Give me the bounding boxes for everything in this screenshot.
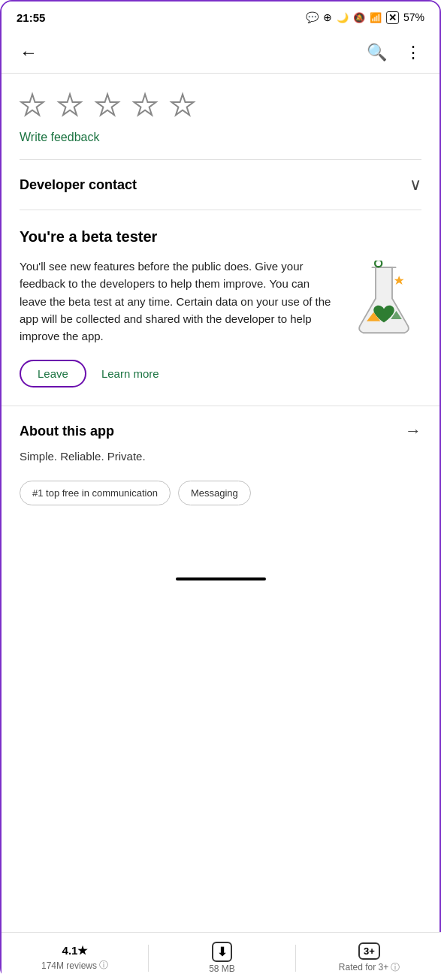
developer-contact-title: Developer contact xyxy=(20,177,137,193)
rated-stat: 3+ Rated for 3+ ⓘ xyxy=(296,942,441,974)
back-button[interactable]: ← xyxy=(14,36,44,69)
search-icon[interactable]: 🔍 xyxy=(361,37,393,68)
connectivity-icon: ⊕ xyxy=(323,11,332,23)
nav-actions: 🔍 ⋮ xyxy=(361,37,427,68)
arrow-right-icon: → xyxy=(405,421,421,441)
star-rating[interactable]: ★ ★ ★ ★ ★ xyxy=(2,74,439,128)
download-icon: ⬇ xyxy=(212,942,232,962)
chevron-down-icon: ∨ xyxy=(409,175,421,194)
status-icons: 💬 ⊕ 🌙 🔕 📶 ✕ 57% xyxy=(306,11,424,24)
tag-1[interactable]: #1 top free in communication xyxy=(20,481,171,505)
beta-actions: Leave Learn more xyxy=(20,360,421,406)
beta-content: You'll see new features before the publi… xyxy=(20,258,421,345)
star-2[interactable]: ★ xyxy=(57,89,83,122)
tags-section: #1 top free in communication Messaging xyxy=(2,478,439,520)
about-app-section[interactable]: About this app → xyxy=(2,406,439,450)
beta-tester-title: You're a beta tester xyxy=(20,228,421,246)
whatsapp-icon: 💬 xyxy=(306,11,319,23)
tag-2[interactable]: Messaging xyxy=(178,481,251,505)
leave-button[interactable]: Leave xyxy=(20,360,86,387)
star-4[interactable]: ★ xyxy=(132,89,158,122)
size-label: 58 MB xyxy=(209,963,235,974)
nav-bar: ← 🔍 ⋮ xyxy=(2,32,439,74)
more-options-icon[interactable]: ⋮ xyxy=(399,37,427,68)
beta-tester-section: You're a beta tester You'll see new feat… xyxy=(2,210,439,406)
sim-error-icon: ✕ xyxy=(386,11,399,24)
bell-off-icon: 🔕 xyxy=(353,12,365,23)
about-app-description: Simple. Reliable. Private. xyxy=(2,450,439,478)
size-value: ⬇ xyxy=(212,942,232,962)
star-1[interactable]: ★ xyxy=(20,89,45,122)
svg-point-1 xyxy=(375,261,382,267)
rating-label: 174M reviews ⓘ xyxy=(41,959,108,972)
beta-illustration xyxy=(346,261,421,343)
rated-label: Rated for 3+ ⓘ xyxy=(339,961,400,974)
battery-icon: 57% xyxy=(403,11,424,23)
rated-box: 3+ xyxy=(358,942,380,960)
learn-more-link[interactable]: Learn more xyxy=(101,367,159,380)
rating-number: 4.1★ xyxy=(62,944,88,957)
rated-text: Rated for 3+ xyxy=(339,962,388,972)
write-feedback-button[interactable]: Write feedback xyxy=(2,128,439,159)
developer-contact-section[interactable]: Developer contact ∨ xyxy=(2,160,439,210)
wifi-icon: 📶 xyxy=(370,12,382,23)
rating-stat: 4.1★ 174M reviews ⓘ xyxy=(2,944,148,972)
about-app-title: About this app xyxy=(20,424,114,439)
star-3[interactable]: ★ xyxy=(95,89,120,122)
review-count: 174M reviews xyxy=(41,960,97,971)
beta-description: You'll see new features before the publi… xyxy=(20,258,334,345)
rated-info-icon[interactable]: ⓘ xyxy=(391,961,400,974)
size-number: 58 MB xyxy=(209,963,235,974)
rated-value: 3+ xyxy=(358,942,380,960)
stats-bar: 4.1★ 174M reviews ⓘ ⬇ 58 MB 3+ Rated for… xyxy=(2,932,441,980)
moon-icon: 🌙 xyxy=(337,12,349,23)
status-bar: 21:55 💬 ⊕ 🌙 🔕 📶 ✕ 57% xyxy=(2,2,439,32)
rating-info-icon[interactable]: ⓘ xyxy=(99,959,108,972)
rating-value: 4.1★ xyxy=(62,944,88,957)
status-time: 21:55 xyxy=(17,11,45,24)
size-stat: ⬇ 58 MB xyxy=(149,942,295,974)
star-5[interactable]: ★ xyxy=(170,89,195,122)
